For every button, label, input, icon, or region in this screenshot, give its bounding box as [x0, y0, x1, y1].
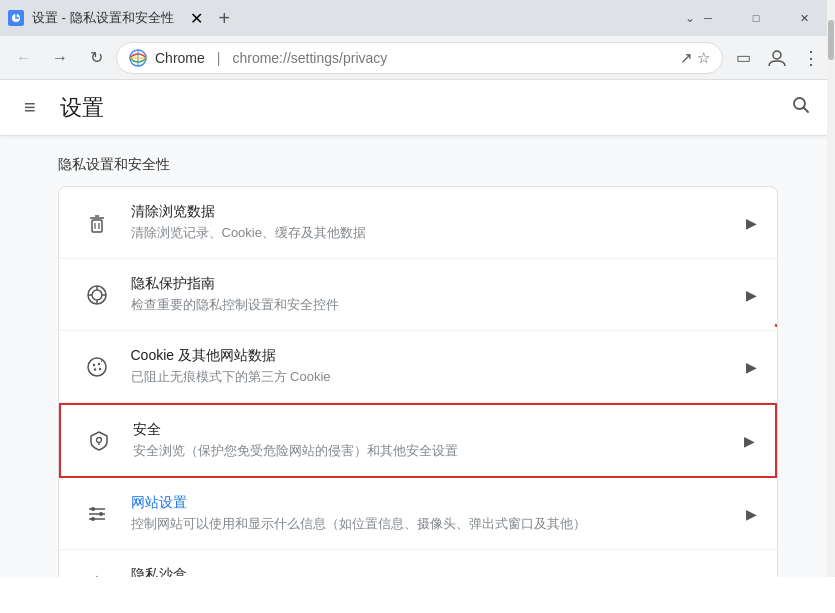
minimize-button[interactable]: ─: [685, 0, 731, 36]
list-item[interactable]: 隐私保护指南 检查重要的隐私控制设置和安全控件 ▶: [59, 259, 777, 331]
sandbox-icon: [79, 568, 115, 578]
address-separator: |: [217, 50, 221, 66]
sidebar-toggle-button[interactable]: ≡: [16, 88, 44, 127]
settings-header: ≡ 设置: [0, 80, 835, 136]
external-link-icon: ↗: [744, 576, 757, 577]
svg-point-31: [91, 517, 95, 521]
maximize-button[interactable]: □: [733, 0, 779, 36]
delete-icon: [79, 205, 115, 241]
svg-line-6: [804, 108, 809, 113]
refresh-button[interactable]: ↻: [80, 42, 112, 74]
item-title: 隐私沙盒: [131, 566, 728, 577]
list-item[interactable]: 安全 安全浏览（保护您免受危险网站的侵害）和其他安全设置 ▶: [59, 403, 777, 478]
item-subtitle: 已阻止无痕模式下的第三方 Cookie: [131, 368, 730, 386]
security-icon: [81, 423, 117, 459]
address-url: chrome://settings/privacy: [232, 50, 387, 66]
list-item[interactable]: 隐私沙盒 试用版功能已关闭 ↗: [59, 550, 777, 577]
item-title: 清除浏览数据: [131, 203, 730, 221]
share-icon[interactable]: ↗: [680, 49, 693, 67]
back-button[interactable]: ←: [8, 42, 40, 74]
svg-point-13: [92, 290, 102, 300]
item-arrow-icon: ▶: [746, 359, 757, 375]
star-icon[interactable]: ☆: [697, 49, 710, 67]
item-title: 网站设置: [131, 494, 730, 512]
window-controls: ─ □ ✕: [685, 0, 827, 36]
close-button[interactable]: ✕: [781, 0, 827, 36]
list-item[interactable]: 清除浏览数据 清除浏览记录、Cookie、缓存及其他数据 ▶: [59, 187, 777, 259]
svg-point-4: [773, 51, 781, 59]
page: ≡ 设置 隐私设置和安全性: [0, 80, 835, 577]
title-bar: 设置 - 隐私设置和安全性 ✕ + ⌄ ─ □ ✕: [0, 0, 835, 36]
item-subtitle: 检查重要的隐私控制设置和安全控件: [131, 296, 730, 314]
address-domain: Chrome: [155, 50, 205, 66]
item-text: 网站设置 控制网站可以使用和显示什么信息（如位置信息、摄像头、弹出式窗口及其他）: [131, 494, 730, 533]
site-icon: [129, 49, 147, 67]
svg-point-22: [98, 367, 100, 369]
svg-point-19: [92, 363, 94, 365]
item-arrow-icon: ▶: [746, 506, 757, 522]
item-text: 清除浏览数据 清除浏览记录、Cookie、缓存及其他数据: [131, 203, 730, 242]
item-arrow-icon: ▶: [744, 433, 755, 449]
list-item[interactable]: 网站设置 控制网站可以使用和显示什么信息（如位置信息、摄像头、弹出式窗口及其他）…: [59, 478, 777, 550]
cookie-icon: [79, 349, 115, 385]
item-arrow-icon: ▶: [746, 215, 757, 231]
item-text: 安全 安全浏览（保护您免受危险网站的侵害）和其他安全设置: [133, 421, 728, 460]
svg-point-29: [91, 507, 95, 511]
item-title: Cookie 及其他网站数据: [131, 347, 730, 365]
site-settings-icon: [79, 496, 115, 532]
item-text: 隐私保护指南 检查重要的隐私控制设置和安全控件: [131, 275, 730, 314]
scrollbar-track: [827, 80, 835, 577]
tab-title: 设置 - 隐私设置和安全性: [32, 9, 174, 27]
tab-favicon: [8, 10, 24, 26]
nav-right: ▭ ⋮: [727, 42, 827, 74]
item-text: 隐私沙盒 试用版功能已关闭: [131, 566, 728, 577]
forward-button[interactable]: →: [44, 42, 76, 74]
cast-button[interactable]: ▭: [727, 42, 759, 74]
item-title: 安全: [133, 421, 728, 439]
item-subtitle: 清除浏览记录、Cookie、缓存及其他数据: [131, 224, 730, 242]
page-content: 隐私设置和安全性 清除浏览数据: [18, 136, 818, 577]
list-item[interactable]: Cookie 及其他网站数据 已阻止无痕模式下的第三方 Cookie ▶: [59, 331, 777, 403]
privacy-guide-icon: [79, 277, 115, 313]
item-title: 隐私保护指南: [131, 275, 730, 293]
svg-point-21: [93, 368, 95, 370]
svg-rect-7: [92, 220, 102, 232]
new-tab-button[interactable]: +: [219, 7, 231, 30]
svg-marker-32: [88, 577, 106, 578]
item-text: Cookie 及其他网站数据 已阻止无痕模式下的第三方 Cookie: [131, 347, 730, 386]
menu-button[interactable]: ⋮: [795, 42, 827, 74]
page-title: 设置: [60, 93, 104, 123]
svg-point-30: [99, 512, 103, 516]
item-arrow-icon: ▶: [746, 287, 757, 303]
item-subtitle: 安全浏览（保护您免受危险网站的侵害）和其他安全设置: [133, 442, 728, 460]
item-subtitle: 控制网站可以使用和显示什么信息（如位置信息、摄像头、弹出式窗口及其他）: [131, 515, 730, 533]
tab-close-btn[interactable]: ✕: [190, 9, 203, 28]
svg-point-23: [96, 437, 101, 442]
profile-button[interactable]: [761, 42, 793, 74]
svg-point-20: [97, 362, 99, 364]
search-button[interactable]: [783, 87, 819, 128]
nav-bar: ← → ↻ Chrome | chrome://settings/privacy…: [0, 36, 835, 80]
svg-point-18: [88, 358, 106, 376]
settings-card: 清除浏览数据 清除浏览记录、Cookie、缓存及其他数据 ▶: [58, 186, 778, 577]
address-bar[interactable]: Chrome | chrome://settings/privacy ↗ ☆: [116, 42, 723, 74]
section-title: 隐私设置和安全性: [58, 136, 778, 186]
